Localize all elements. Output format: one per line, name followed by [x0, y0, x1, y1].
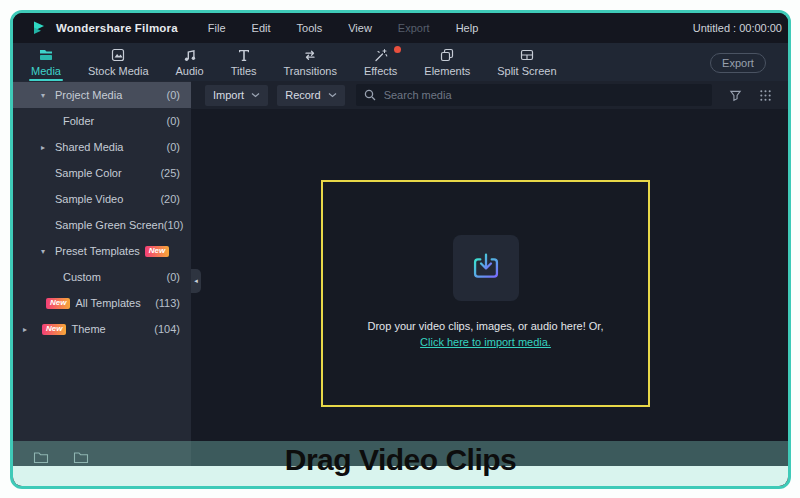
download-icon [467, 249, 505, 287]
tab-stock-media[interactable]: Stock Media [88, 43, 149, 81]
filter-icon[interactable] [729, 89, 742, 102]
chevron-right-icon[interactable]: ▸ [23, 325, 37, 334]
tab-audio[interactable]: Audio [176, 43, 204, 81]
sidebar-item-all-templates[interactable]: NewAll Templates(113) [13, 290, 191, 316]
chevron-right-icon[interactable]: ▸ [41, 143, 55, 152]
new-badge: New [46, 298, 70, 309]
export-button[interactable]: Export [710, 53, 766, 73]
sidebar-item-sample-video[interactable]: Sample Video(20) [13, 186, 191, 212]
sidebar-item-count: (0) [167, 271, 180, 283]
chevron-down-icon [251, 92, 260, 98]
chevron-down-icon[interactable]: ▾ [41, 247, 55, 256]
menu-item-tools[interactable]: Tools [297, 22, 323, 34]
tab-media[interactable]: Media [31, 43, 61, 81]
sidebar-item-count: (0) [167, 141, 180, 153]
sidebar-item-label: Folder [63, 115, 94, 127]
filmora-logo-icon [31, 20, 47, 36]
media-sidebar: ▾Project Media(0)Folder(0)▸Shared Media(… [13, 81, 191, 486]
sidebar-item-label: Custom [63, 271, 101, 283]
effects-icon [373, 47, 389, 63]
sidebar-item-count: (104) [154, 323, 180, 335]
sidebar-item-count: (113) [155, 297, 180, 309]
sidebar-item-label: All Templates [75, 297, 140, 309]
media-toolbar: Import Record [191, 81, 788, 109]
split-screen-icon [519, 47, 535, 63]
sidebar-item-project-media[interactable]: ▾Project Media(0) [13, 82, 191, 108]
sidebar-item-shared-media[interactable]: ▸Shared Media(0) [13, 134, 191, 160]
stock-media-icon [110, 47, 126, 63]
sidebar-item-label: Project Media [55, 89, 122, 101]
transitions-icon [302, 47, 318, 63]
tab-elements[interactable]: Elements [424, 43, 470, 81]
sidebar-item-label: Sample Color [55, 167, 122, 179]
elements-icon [439, 47, 455, 63]
content-area: ▾Project Media(0)Folder(0)▸Shared Media(… [13, 81, 788, 486]
tab-titles[interactable]: Titles [231, 43, 257, 81]
sidebar-item-label: Sample Green Screen [55, 219, 164, 231]
menu-item-view[interactable]: View [348, 22, 372, 34]
menu-item-help[interactable]: Help [456, 22, 479, 34]
import-media-link[interactable]: Click here to import media. [420, 336, 551, 348]
page-background: Wondershare Filmora FileEditToolsViewExp… [0, 0, 800, 498]
grid-view-icon[interactable] [759, 89, 772, 102]
sidebar-item-custom[interactable]: Custom(0) [13, 264, 191, 290]
titles-icon [236, 47, 252, 63]
sidebar-item-sample-color[interactable]: Sample Color(25) [13, 160, 191, 186]
search-box[interactable] [356, 84, 712, 106]
sidebar-item-count: (25) [160, 167, 180, 179]
new-badge: New [145, 246, 169, 257]
tab-effects[interactable]: Effects [364, 43, 397, 81]
menu-bar: Wondershare Filmora FileEditToolsViewExp… [13, 13, 788, 43]
media-dropzone[interactable]: Drop your video clips, images, or audio … [321, 180, 650, 407]
sidebar-item-label: Theme [71, 323, 105, 335]
search-input[interactable] [384, 89, 704, 101]
dropzone-hint-text: Drop your video clips, images, or audio … [367, 320, 603, 332]
sidebar-item-theme[interactable]: ▸NewTheme(104) [13, 316, 191, 342]
tab-split-screen[interactable]: Split Screen [497, 43, 556, 81]
import-media-icon-box [453, 235, 519, 301]
menu-item-file[interactable]: File [208, 22, 226, 34]
chevron-down-icon [328, 92, 337, 98]
sidebar-item-count: (0) [167, 115, 180, 127]
media-panel: Import Record [191, 81, 788, 486]
record-button[interactable]: Record [277, 85, 344, 106]
notification-dot [394, 46, 401, 53]
tab-bar: Media Stock Media Audio [13, 43, 788, 81]
caption-text: Drag Video Clips [13, 442, 788, 478]
sidebar-item-folder[interactable]: Folder(0) [13, 108, 191, 134]
menu-item-export: Export [398, 22, 430, 34]
media-icon [38, 47, 54, 63]
caption-overlay: Drag Video Clips [13, 441, 788, 486]
import-button[interactable]: Import [205, 85, 268, 106]
new-badge: New [42, 324, 66, 335]
menu-item-edit[interactable]: Edit [252, 22, 271, 34]
project-title: Untitled : 00:00:00 [693, 22, 782, 34]
app-title: Wondershare Filmora [56, 22, 178, 34]
filmora-window: Wondershare Filmora FileEditToolsViewExp… [10, 10, 791, 489]
sidebar-item-count: (10) [164, 219, 184, 231]
audio-icon [182, 47, 198, 63]
menu-items: FileEditToolsViewExportHelp [208, 22, 478, 34]
sidebar-item-label: Sample Video [55, 193, 123, 205]
sidebar-item-sample-green-screen[interactable]: Sample Green Screen(10) [13, 212, 191, 238]
tab-transitions[interactable]: Transitions [284, 43, 337, 81]
sidebar-item-label: Shared Media [55, 141, 124, 153]
sidebar-item-count: (20) [160, 193, 180, 205]
chevron-down-icon[interactable]: ▾ [41, 91, 55, 100]
sidebar-item-label: Preset Templates [55, 245, 140, 257]
sidebar-collapse-handle[interactable]: ◂ [191, 269, 201, 293]
sidebar-item-preset-templates[interactable]: ▾Preset TemplatesNew [13, 238, 191, 264]
search-icon [364, 89, 376, 101]
sidebar-item-count: (0) [167, 89, 180, 101]
